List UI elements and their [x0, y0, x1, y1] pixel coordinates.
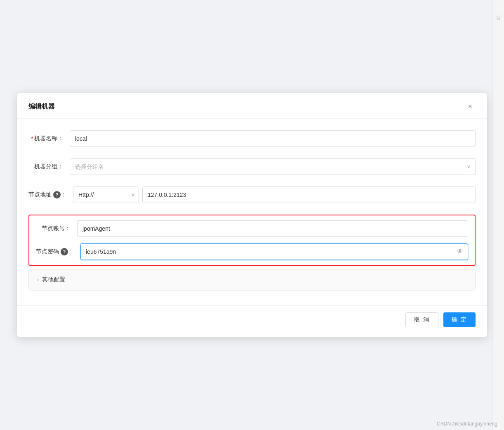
- colon-3: ：: [61, 191, 66, 198]
- protocol-select[interactable]: Http:// Https://: [73, 187, 139, 203]
- protocol-select-wrapper: Http:// Https:// ∨: [73, 187, 139, 203]
- node-password-label-group: 节点密码 ? ：: [36, 248, 80, 255]
- other-config-label: 其他配置: [42, 276, 65, 284]
- colon-5: ：: [68, 248, 74, 255]
- node-address-control: Http:// Https:// ∨: [73, 187, 476, 203]
- machine-group-label: 机器分组: [34, 163, 57, 170]
- machine-group-select-wrapper: 选择分组名 ∨: [70, 158, 476, 175]
- eye-icon[interactable]: 👁: [457, 248, 463, 255]
- dialog-title: 编辑机器: [28, 102, 55, 111]
- confirm-button[interactable]: 确 定: [443, 312, 476, 327]
- machine-name-label-group: * 机器名称 ：: [28, 135, 70, 142]
- dialog-footer: 取 消 确 定: [17, 305, 487, 337]
- node-password-label: 节点密码: [36, 248, 59, 255]
- dialog-body: * 机器名称 ： 机器分组 ： 选择分组名: [17, 119, 487, 299]
- node-address-help-icon[interactable]: ?: [53, 191, 61, 198]
- other-config-header: › 其他配置: [37, 276, 467, 284]
- machine-group-label-group: 机器分组 ：: [28, 163, 70, 170]
- highlight-box: 节点账号 ： 节点密码 ? ：: [28, 215, 476, 266]
- dialog-overlay: 目 编辑机器 × * 机器名称 ： 机器分: [0, 0, 504, 430]
- colon-4: ：: [65, 225, 71, 232]
- machine-group-select[interactable]: 选择分组名: [70, 158, 476, 175]
- close-button[interactable]: ×: [464, 101, 476, 112]
- node-account-label: 节点账号: [42, 225, 65, 232]
- colon-1: ：: [57, 135, 63, 142]
- machine-group-row: 机器分组 ： 选择分组名 ∨: [28, 158, 476, 175]
- password-wrapper: 👁: [80, 243, 468, 260]
- machine-name-label: 机器名称: [34, 135, 57, 142]
- node-address-input[interactable]: [142, 187, 476, 203]
- machine-name-row: * 机器名称 ：: [28, 130, 476, 147]
- cancel-button[interactable]: 取 消: [405, 312, 438, 327]
- node-address-row: 节点地址 ? ： Http:// Https:// ∨: [28, 187, 476, 203]
- machine-name-input[interactable]: [70, 130, 476, 147]
- right-panel: 目: [492, 0, 504, 430]
- node-account-input[interactable]: [77, 220, 468, 237]
- expand-icon: ›: [37, 277, 39, 283]
- node-address-label: 节点地址: [28, 191, 52, 198]
- node-address-input-group: Http:// Https:// ∨: [73, 187, 476, 203]
- colon-2: ：: [57, 163, 63, 170]
- node-password-input[interactable]: [80, 243, 468, 260]
- node-account-row: 节点账号 ：: [36, 220, 468, 237]
- dialog-header: 编辑机器 ×: [17, 93, 487, 119]
- watermark: CSDN @csdnfanguyinheng: [437, 421, 497, 427]
- node-account-label-group: 节点账号 ：: [36, 225, 77, 232]
- node-password-help-icon[interactable]: ?: [61, 248, 68, 255]
- other-config-section[interactable]: › 其他配置: [28, 269, 476, 291]
- machine-name-control: [70, 130, 476, 147]
- node-password-row: 节点密码 ? ： 👁: [36, 243, 468, 260]
- required-star: *: [31, 135, 33, 142]
- node-account-control: [77, 220, 468, 237]
- node-address-label-group: 节点地址 ? ：: [28, 191, 73, 198]
- node-password-control: 👁: [80, 243, 468, 260]
- edit-machine-dialog: 编辑机器 × * 机器名称 ： 机器分组 ：: [17, 93, 487, 337]
- machine-group-control: 选择分组名 ∨: [70, 158, 476, 175]
